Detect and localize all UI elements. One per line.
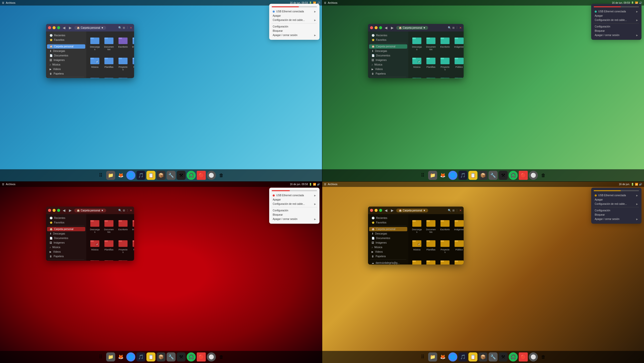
file-proyectos-q1[interactable]: Proyectos xyxy=(117,54,129,72)
sort-icon-q2[interactable]: ⋮ xyxy=(456,26,458,29)
sidebar-musica-q4[interactable]: ♪Música xyxy=(369,245,407,249)
back-btn-q1[interactable]: ◀ xyxy=(62,25,66,30)
forward-btn-q2[interactable]: ▶ xyxy=(390,25,395,30)
taskbar-notes-q3[interactable]: 📋 xyxy=(146,352,155,361)
sidebar-papelera-q4[interactable]: 🗑Papelera xyxy=(369,254,407,258)
sidebar-carpeta-q1[interactable]: 🏠Carpeta personal xyxy=(47,44,85,49)
file-escritorio-q1[interactable]: Escritorio xyxy=(117,34,129,52)
taskbar-notes-q1[interactable]: 📋 xyxy=(146,171,155,180)
location-bar-q1[interactable]: 🏠 Carpeta personal ▼ xyxy=(74,26,106,30)
notif-configuracion-q4[interactable]: Configuración xyxy=(594,208,639,213)
location-bar-q4[interactable]: 🏠 Carpeta personal ▼ xyxy=(396,209,428,212)
file-documentos-q1[interactable]: Documentos xyxy=(103,34,115,52)
sidebar-descargas-q3[interactable]: ⬇Descargas xyxy=(47,232,85,236)
file-musica-q3[interactable]: ↺Música xyxy=(89,237,101,255)
taskbar-ftp-q1[interactable]: 📦 xyxy=(156,171,166,180)
menu-icon-q2[interactable]: ☰ xyxy=(324,2,326,4)
file-config-q1[interactable]: .config xyxy=(131,74,134,78)
notif-bloquear-q4[interactable]: Bloquear xyxy=(594,213,639,217)
sidebar-documentos-q1[interactable]: 📄Documentos xyxy=(47,53,85,58)
taskbar-spotify-q4[interactable]: 🎧 xyxy=(509,352,518,361)
taskbar-apps-q2[interactable]: ⠿ xyxy=(418,171,427,180)
file-documentos-q2[interactable]: Documentos xyxy=(425,34,437,52)
notif-configuracion-q1[interactable]: Configuración xyxy=(272,24,317,29)
sidebar-carpeta-q4[interactable]: 🏠Carpeta personal xyxy=(369,227,407,231)
sidebar-carpeta-q2[interactable]: 🏠Carpeta personal xyxy=(369,44,407,49)
taskbar-notes-q4[interactable]: 📋 xyxy=(468,352,477,361)
sidebar-imagenes-q1[interactable]: 🖼Imágenes xyxy=(47,58,85,62)
sidebar-papelera-q2[interactable]: 🗑Papelera xyxy=(369,72,407,76)
close-btn-q1[interactable] xyxy=(48,26,51,29)
taskbar-firefox-q4[interactable]: 🦊 xyxy=(438,352,447,361)
file-descargas-q1[interactable]: Descargas xyxy=(89,34,101,52)
file-publico-q3[interactable]: Público xyxy=(131,237,134,255)
file-publico-q2[interactable]: Público xyxy=(453,54,464,72)
notif-config-red-q2[interactable]: Configuración de red cable...▶ xyxy=(594,18,639,22)
search-icon-q3[interactable]: 🔍 xyxy=(118,209,122,212)
minimize-btn-q4[interactable] xyxy=(375,209,378,212)
file-musica-q1[interactable]: ↺Música xyxy=(89,54,101,72)
sidebar-favoritos-q4[interactable]: ⭐Favoritos xyxy=(369,220,407,225)
file-publico-q4[interactable]: Público xyxy=(453,237,464,255)
close-btn-q2[interactable] xyxy=(370,26,373,29)
notif-sesion-q4[interactable]: Apagar / cerrar sesión▶ xyxy=(594,217,639,221)
sidebar-papelera-q3[interactable]: 🗑Papelera xyxy=(47,254,85,258)
notif-config-red-q4[interactable]: Configuración de red cable...▶ xyxy=(594,202,639,206)
taskbar-files-q4[interactable]: 📁 xyxy=(428,352,437,361)
taskbar-chrome-q1[interactable]: 🌐 xyxy=(126,171,135,180)
sidebar-papelera-q1[interactable]: 🗑Papelera xyxy=(47,72,85,76)
close-btn-q4[interactable] xyxy=(370,209,373,212)
file-videos-q3[interactable]: Videos xyxy=(103,257,115,261)
taskbar-trash-q2[interactable]: 🗑 xyxy=(539,171,548,180)
taskbar-red-q2[interactable]: 🔴 xyxy=(519,171,528,180)
notif-apagar-q3[interactable]: Apagar xyxy=(272,197,317,202)
close-icon-q4[interactable]: ✕ xyxy=(459,209,462,212)
sidebar-musica-q1[interactable]: ♪Música xyxy=(47,62,85,67)
file-escritorio-q2[interactable]: Escritorio xyxy=(439,34,451,52)
taskbar-tool2-q4[interactable]: ⚒ xyxy=(499,352,508,361)
sidebar-descargas-q2[interactable]: ⬇Descargas xyxy=(369,49,407,53)
taskbar-spotify-q1[interactable]: 🎧 xyxy=(187,171,196,180)
taskbar-tool2-q1[interactable]: ⚒ xyxy=(177,171,186,180)
file-repositorios-q2[interactable]: Repositorios xyxy=(411,74,423,78)
taskbar-spotify-q3[interactable]: 🎧 xyxy=(187,352,196,361)
taskbar-chrome-q3[interactable]: 🌐 xyxy=(126,352,135,361)
taskbar-trash-q1[interactable]: 🗑 xyxy=(217,171,226,180)
file-cache-q1[interactable]: .cache xyxy=(117,74,129,78)
taskbar-tool1-q2[interactable]: 🔧 xyxy=(489,171,498,180)
brightness-slider-q4[interactable] xyxy=(594,190,639,191)
file-proyectos-q2[interactable]: Proyectos xyxy=(439,54,451,72)
file-documentos-q3[interactable]: Documentos xyxy=(103,217,115,235)
taskbar-firefox-q2[interactable]: 🦊 xyxy=(438,171,447,180)
file-plantillas-q3[interactable]: Plantillas xyxy=(103,237,115,255)
menu-icon-q1[interactable]: ☰ xyxy=(2,2,4,4)
notif-bloquear-q3[interactable]: Bloquear xyxy=(272,213,317,217)
taskbar-chrome-q4[interactable]: 🌐 xyxy=(448,352,457,361)
notif-apagar-q2[interactable]: Apagar xyxy=(594,14,639,18)
minimize-btn-q1[interactable] xyxy=(53,26,56,29)
sidebar-favoritos-q2[interactable]: ⭐Favoritos xyxy=(369,38,407,42)
sidebar-descargas-q4[interactable]: ⬇Descargas xyxy=(369,232,407,236)
sidebar-carpeta-q3[interactable]: 🏠Carpeta personal xyxy=(47,227,85,231)
minimize-btn-q2[interactable] xyxy=(375,26,378,29)
back-btn-q4[interactable]: ◀ xyxy=(384,208,388,213)
view-icon-q2[interactable]: ⊞ xyxy=(452,26,455,29)
sidebar-musica-q3[interactable]: ♪Música xyxy=(47,245,85,249)
taskbar-red-q1[interactable]: 🔴 xyxy=(197,171,206,180)
close-icon-q3[interactable]: ✕ xyxy=(130,209,132,212)
view-icon-q1[interactable]: ⊞ xyxy=(123,26,125,29)
search-icon-q4[interactable]: 🔍 xyxy=(448,209,451,212)
notif-sesion-q2[interactable]: Apagar / cerrar sesión▶ xyxy=(594,33,639,37)
back-btn-q2[interactable]: ◀ xyxy=(384,25,388,30)
file-videos-q4[interactable]: Videos xyxy=(425,257,437,265)
taskbar-spotify-q2[interactable]: 🎧 xyxy=(509,171,518,180)
file-musica-q4[interactable]: ↺Música xyxy=(411,237,423,255)
sidebar-favoritos-q1[interactable]: ⭐Favoritos xyxy=(47,38,85,42)
view-icon-q4[interactable]: ⊞ xyxy=(452,209,455,212)
sidebar-documentos-q2[interactable]: 📄Documentos xyxy=(369,53,407,58)
sidebar-imagenes-q2[interactable]: 🖼Imágenes xyxy=(369,58,407,62)
file-videos-q2[interactable]: Videos xyxy=(425,74,437,78)
taskbar-ftp-q2[interactable]: 📦 xyxy=(478,171,488,180)
file-repositorios-q4[interactable]: Repositorios xyxy=(411,257,423,265)
notif-configuracion-q2[interactable]: Configuración xyxy=(594,24,639,29)
